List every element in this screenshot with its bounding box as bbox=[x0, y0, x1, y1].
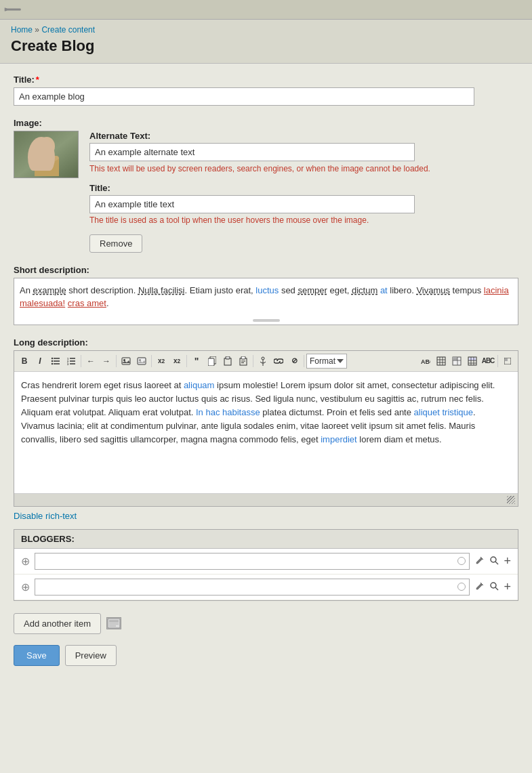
short-desc-box[interactable]: An example short description. Nulla faci… bbox=[14, 278, 518, 325]
image-title-hint: The title is used as a tool tip when the… bbox=[89, 215, 518, 225]
blockquote-button[interactable]: " bbox=[189, 354, 204, 369]
svg-rect-47 bbox=[505, 358, 508, 361]
svg-point-19 bbox=[139, 359, 141, 361]
save-button[interactable]: Save bbox=[14, 645, 60, 666]
svg-point-7 bbox=[52, 358, 53, 359]
drag-handle-2[interactable]: ⊕ bbox=[20, 581, 30, 593]
svg-rect-31 bbox=[437, 357, 445, 365]
drag-handle-1[interactable]: ⊕ bbox=[20, 555, 30, 568]
edit-icon-2[interactable] bbox=[474, 580, 486, 594]
add-icon-2[interactable]: + bbox=[502, 579, 512, 596]
spellcheck-btn[interactable]: ABC bbox=[418, 354, 433, 369]
blogger-input-wrapper-2 bbox=[35, 579, 470, 596]
blogger-actions-2: + bbox=[474, 579, 512, 596]
svg-rect-23 bbox=[226, 356, 230, 359]
format-label: Format bbox=[310, 356, 335, 366]
required-star: * bbox=[36, 75, 39, 85]
blogger-input-2[interactable] bbox=[35, 579, 470, 596]
svg-rect-25 bbox=[241, 356, 245, 359]
title-section: Title:* bbox=[14, 75, 518, 106]
format-dropdown-icon bbox=[337, 359, 344, 363]
toolbar-sep-5 bbox=[253, 355, 253, 367]
disable-richtext-link[interactable]: Disable rich-text bbox=[14, 511, 77, 521]
toolbar-sep-6 bbox=[304, 355, 304, 367]
edit-icon-1[interactable] bbox=[474, 554, 486, 568]
unlink-button[interactable]: ⊘ bbox=[287, 354, 302, 369]
title-label: Title:* bbox=[14, 75, 518, 85]
add-item-section: Add another item bbox=[14, 613, 518, 634]
alt-text-input[interactable] bbox=[89, 143, 415, 161]
redo-button[interactable]: → bbox=[99, 354, 114, 369]
search-icon-2[interactable] bbox=[488, 580, 500, 594]
table-btn[interactable] bbox=[434, 354, 449, 369]
short-description-section: Short description: An example short desc… bbox=[14, 265, 518, 325]
anchor-button[interactable] bbox=[255, 354, 270, 369]
italic-button[interactable]: I bbox=[33, 354, 47, 369]
superscript-button[interactable]: x2 bbox=[154, 354, 169, 369]
add-icon-1[interactable]: + bbox=[502, 553, 512, 570]
undo-button[interactable]: ← bbox=[83, 354, 98, 369]
maximize-btn[interactable] bbox=[500, 354, 515, 369]
page-title: Create Blog bbox=[11, 37, 521, 55]
subscript-button[interactable]: x2 bbox=[169, 354, 184, 369]
create-content-link[interactable]: Create content bbox=[41, 25, 95, 35]
svg-text:ABC: ABC bbox=[421, 358, 430, 365]
toolbar-sep-4 bbox=[186, 355, 187, 367]
source-btn[interactable]: ABC bbox=[480, 354, 495, 369]
paste-button[interactable] bbox=[220, 354, 235, 369]
add-item-icon bbox=[106, 617, 121, 629]
remove-button[interactable]: Remove bbox=[89, 234, 142, 253]
svg-point-28 bbox=[262, 357, 264, 360]
svg-rect-41 bbox=[469, 358, 476, 360]
blogger-input-wrapper-1 bbox=[35, 553, 470, 570]
main-content: Title:* Image: bbox=[0, 64, 532, 677]
image-title-label: Title: bbox=[89, 183, 518, 193]
short-desc-label: Short description: bbox=[14, 265, 518, 275]
alt-text-label: Alternate Text: bbox=[89, 131, 518, 141]
image-title-input[interactable] bbox=[89, 195, 415, 213]
toolbar-sep-1 bbox=[81, 355, 81, 367]
scroll-indicator bbox=[253, 319, 280, 322]
toolbar-sep-7 bbox=[497, 355, 498, 367]
short-desc-text: An example short description. Nulla faci… bbox=[20, 285, 509, 309]
toolbar-right: ABC ABC bbox=[418, 354, 515, 369]
svg-line-53 bbox=[495, 587, 498, 590]
table2-btn[interactable] bbox=[449, 354, 464, 369]
insert-image2-button[interactable] bbox=[134, 354, 149, 369]
resize-handle[interactable] bbox=[507, 496, 515, 504]
home-link[interactable]: Home bbox=[11, 25, 33, 35]
rte-content[interactable]: Cras hendrerit lorem eget risus laoreet … bbox=[14, 372, 518, 494]
thumbnail-svg bbox=[14, 131, 79, 178]
insert-image-button[interactable] bbox=[119, 354, 134, 369]
wrench-icon bbox=[3, 0, 22, 19]
bloggers-header: BLOGGERS: bbox=[14, 530, 518, 549]
search-icon-1[interactable] bbox=[488, 554, 500, 568]
svg-point-2 bbox=[39, 137, 55, 156]
image-thumbnail bbox=[14, 131, 79, 178]
long-desc-label: Long description: bbox=[14, 337, 518, 348]
form-actions: Save Preview bbox=[14, 645, 518, 666]
bold-button[interactable]: B bbox=[17, 354, 32, 369]
title-input[interactable] bbox=[14, 87, 474, 106]
svg-point-17 bbox=[123, 359, 125, 361]
ordered-list-button[interactable]: 123 bbox=[64, 354, 79, 369]
unordered-list-button[interactable] bbox=[48, 354, 63, 369]
image-title-section: Title: The title is used as a tool tip w… bbox=[89, 183, 518, 225]
page-header: Home » Create content Create Blog bbox=[0, 20, 532, 64]
svg-text:3: 3 bbox=[67, 362, 69, 366]
svg-line-50 bbox=[495, 562, 498, 564]
paste-text-button[interactable] bbox=[236, 354, 251, 369]
top-bar bbox=[0, 0, 532, 20]
svg-rect-55 bbox=[109, 620, 119, 623]
svg-point-49 bbox=[491, 557, 496, 562]
add-another-item-button[interactable]: Add another item bbox=[14, 613, 101, 634]
copy-button[interactable] bbox=[205, 354, 220, 369]
blogger-row-1: ⊕ + bbox=[14, 549, 518, 574]
link-button[interactable] bbox=[271, 354, 286, 369]
breadcrumb-separator: » bbox=[35, 25, 39, 35]
svg-point-8 bbox=[52, 360, 53, 362]
table3-btn[interactable] bbox=[465, 354, 480, 369]
preview-button[interactable]: Preview bbox=[65, 645, 117, 666]
format-select[interactable]: Format bbox=[306, 354, 347, 369]
blogger-input-1[interactable] bbox=[35, 553, 470, 570]
